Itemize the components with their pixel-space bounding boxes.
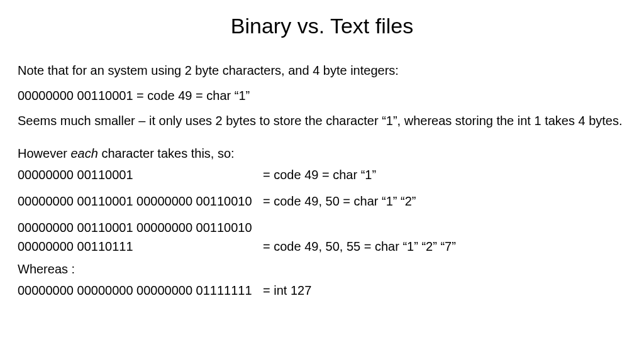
however-post: character takes this, so: xyxy=(98,146,235,160)
slide-title: Binary vs. Text files xyxy=(18,14,626,38)
equals-cell: = code 49 = char “1” xyxy=(263,167,626,183)
equals-cell: = code 49, 50, 55 = char “1” “2” “7” xyxy=(263,238,626,255)
table-row: 00000000 00110001 00000000 00110010 xyxy=(18,219,626,236)
however-pre: However xyxy=(18,146,70,160)
binary-cell: 00000000 00110001 xyxy=(18,167,263,183)
table-row: 00000000 00110001 = code 49 = char “1” xyxy=(18,167,626,183)
equals-cell: = code 49, 50 = char “1” “2” xyxy=(263,193,626,209)
table-row: 00000000 00110001 00000000 00110010 = co… xyxy=(18,193,626,209)
intro-note: Note that for an system using 2 byte cha… xyxy=(18,62,626,79)
binary-cell: 00000000 00000000 00000000 01111111 xyxy=(18,282,263,299)
table-row: 00000000 00000000 00000000 01111111 = in… xyxy=(18,282,626,299)
however-text: However each character takes this, so: xyxy=(18,145,626,162)
size-comparison-text: Seems much smaller – it only uses 2 byte… xyxy=(18,112,626,129)
example-binary-char-1: 00000000 00110001 = code 49 = char “1” xyxy=(18,87,626,104)
table-row: 00000000 00110111 = code 49, 50, 55 = ch… xyxy=(18,238,626,255)
binary-cell: 00000000 00110001 00000000 00110010 xyxy=(18,219,263,236)
binary-cell: 00000000 00110111 xyxy=(18,238,263,255)
whereas-text: Whereas : xyxy=(18,261,626,277)
equals-cell: = int 127 xyxy=(263,282,626,299)
however-emphasis: each xyxy=(70,146,97,160)
binary-cell: 00000000 00110001 00000000 00110010 xyxy=(18,193,263,209)
equals-cell xyxy=(263,219,626,236)
